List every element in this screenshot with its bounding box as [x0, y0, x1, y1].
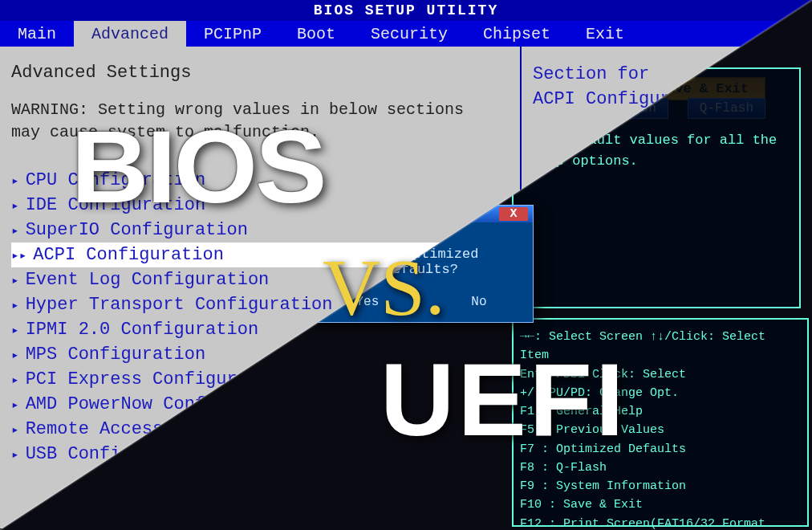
- submenu-icon: ▸: [11, 297, 19, 313]
- hint-line: F8 : Q-Flash: [520, 459, 801, 477]
- panel-title: Advanced Settings: [11, 63, 509, 83]
- hint-line: F9 : System Information: [520, 477, 801, 495]
- menu-ide-configuration[interactable]: ▸IDE Configuration: [11, 193, 509, 218]
- uefi-key-hints: →←: Select Screen ↑↓/Click: Select Item …: [512, 318, 809, 527]
- submenu-icon: ▸: [11, 322, 19, 338]
- bios-tab-boot[interactable]: Boot: [279, 21, 353, 47]
- submenu-icon: ▸: [11, 372, 19, 388]
- bios-tab-pcipnp[interactable]: PCIPnP: [186, 21, 279, 47]
- bios-tab-chipset[interactable]: Chipset: [465, 21, 568, 47]
- hint-line: →←: Select Screen ↑↓/Click: Select Item: [520, 328, 801, 365]
- bios-tab-exit[interactable]: Exit: [568, 21, 642, 47]
- menu-cpu-configuration[interactable]: ▸CPU Configuration: [11, 168, 509, 193]
- menu-label: CPU Configuration: [26, 170, 205, 190]
- menu-superio-configuration[interactable]: ▸SuperIO Configuration: [11, 218, 509, 243]
- submenu-icon: ▸: [11, 422, 19, 438]
- bios-utility-title: BIOS SETUP UTILITY: [0, 0, 812, 21]
- submenu-icon: ▸: [11, 347, 19, 363]
- hint-line: F12 : Print Screen(FAT16/32 Format Only): [520, 515, 801, 531]
- submenu-icon: ▸: [11, 198, 19, 214]
- dialog-close-button[interactable]: X: [499, 207, 528, 221]
- dialog-no-button[interactable]: No: [457, 293, 501, 311]
- menu-label: IDE Configuration: [26, 195, 205, 215]
- bios-tab-security[interactable]: Security: [353, 21, 465, 47]
- hint-line: F10 : Save & Exit: [520, 495, 801, 514]
- menu-label: ACPI Configuration: [33, 245, 224, 265]
- menu-label: MPS Configuration: [26, 344, 205, 365]
- warning-text: WARNING: Setting wrong values in below s…: [11, 99, 509, 144]
- hint-line: +/-/PU/PD: Change Opt.: [520, 384, 801, 402]
- hint-line: F1 : General Help: [520, 402, 801, 421]
- submenu-icon: ▸: [11, 247, 26, 263]
- submenu-icon: ▸: [11, 446, 19, 463]
- bios-tab-bar: Main Advanced PCIPnP Boot Security Chips…: [0, 21, 812, 47]
- warning-line-1: WARNING: Setting wrong values in below s…: [11, 100, 464, 119]
- hint-line: F7 : Optimized Defaults: [520, 440, 801, 459]
- menu-label: Event Log Configuration: [26, 270, 270, 290]
- warning-line-2: may cause system to malfunction.: [11, 123, 319, 141]
- submenu-icon: ▸: [11, 397, 19, 413]
- submenu-icon: ▸: [11, 272, 19, 288]
- bios-tab-main[interactable]: Main: [0, 21, 74, 47]
- submenu-icon: ▸: [11, 222, 19, 238]
- menu-label: IPMI 2.0 Configuration: [26, 320, 258, 340]
- hint-line: F5 : Previous Values: [520, 421, 801, 439]
- submenu-icon: ▸: [11, 173, 19, 189]
- menu-label: Hyper Transport Configuration: [26, 295, 333, 315]
- bios-tab-advanced[interactable]: Advanced: [74, 21, 186, 47]
- hint-line: Enter/Dbl Click: Select: [520, 365, 801, 384]
- menu-label: SuperIO Configuration: [26, 220, 248, 240]
